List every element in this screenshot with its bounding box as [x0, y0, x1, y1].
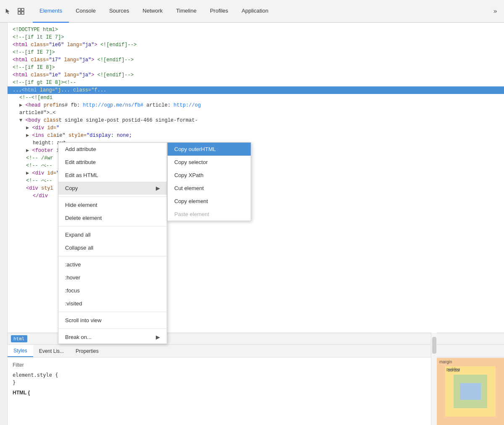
menu-active[interactable]: :active — [58, 258, 167, 271]
svg-rect-0 — [18, 8, 21, 11]
tab-event-listeners[interactable]: Event Lis... — [33, 345, 70, 357]
tab-styles[interactable]: Styles — [8, 345, 33, 357]
bottom-panel: html Styles Event Lis... Properties Filt… — [8, 333, 504, 425]
styles-area: Filter :hov .cls + element.style { } HTM… — [8, 357, 504, 399]
menu-hover[interactable]: :hover — [58, 271, 167, 284]
code-line: ▶ <head prefins# fb: http://ogp.me/ns/fb… — [8, 102, 504, 109]
code-line: <html class="i7" lang="ja"> <![endif]--> — [8, 56, 504, 64]
code-line: ▶ <div id=" — [8, 124, 504, 132]
submenu-copy-outerhtml[interactable]: Copy outerHTML — [168, 143, 251, 156]
html-style-row: HTML { style.css:12 — [13, 390, 499, 396]
code-line: <html class="ie" lang="ja"> <![endif]--> — [8, 71, 504, 79]
tab-properties[interactable]: Properties — [70, 345, 105, 357]
scroll-thumb[interactable] — [432, 337, 436, 354]
tab-sources[interactable]: Sources — [102, 0, 136, 23]
box-model: margin border padding — [437, 358, 504, 425]
margin-label: margin — [439, 360, 452, 364]
cursor-icon[interactable] — [3, 6, 13, 16]
code-line: <!--[if gt IE 8]><!-- — [8, 79, 504, 86]
code-line: ▼ <body classt single single-post postid… — [8, 117, 504, 124]
tab-profiles[interactable]: Profiles — [203, 0, 235, 23]
code-line: <!--[if lt IE 7]> — [8, 34, 504, 41]
submenu-arrow-icon: ▶ — [156, 185, 160, 191]
menu-copy[interactable]: Copy ▶ — [58, 182, 167, 195]
submenu-copy-selector[interactable]: Copy selector — [168, 156, 251, 169]
menu-edit-as-html[interactable]: Edit as HTML — [58, 169, 167, 182]
menu-separator — [58, 196, 167, 197]
svg-rect-1 — [21, 8, 24, 11]
code-line: <html class="ie6" lang="ja"> <![endif]--… — [8, 41, 504, 49]
svg-rect-2 — [18, 12, 21, 14]
code-line: <!--<![endi — [8, 94, 504, 102]
code-line-highlighted[interactable]: ...<html lang="j... class="f... — [8, 86, 504, 94]
menu-visited[interactable]: :visited — [58, 297, 167, 310]
menu-separator-5 — [58, 329, 167, 329]
code-line: ▶ <ins claie" style="display: none; — [8, 132, 504, 139]
break-on-arrow-icon: ▶ — [156, 334, 160, 340]
tab-timeline[interactable]: Timeline — [169, 0, 203, 23]
panel-tabs: Styles Event Lis... Properties — [8, 345, 504, 357]
menu-add-attribute[interactable]: Add attribute — [58, 143, 167, 156]
submenu-copy-xpath[interactable]: Copy XPath — [168, 169, 251, 182]
code-line: <!DOCTYPE html> — [8, 26, 504, 34]
box-padding: padding — [454, 375, 487, 408]
code-line: article#">…< — [8, 109, 504, 117]
menu-expand-all[interactable]: Expand all — [58, 228, 167, 241]
menu-separator-4 — [58, 312, 167, 312]
menu-focus[interactable]: :focus — [58, 284, 167, 297]
menu-scroll-into-view[interactable]: Scroll into view — [58, 314, 167, 327]
context-menu: Add attribute Edit attribute Edit as HTM… — [58, 142, 167, 344]
copy-submenu: Copy outerHTML Copy selector Copy XPath … — [167, 142, 251, 221]
box-border: border padding — [445, 366, 496, 417]
menu-hide-element[interactable]: Hide element — [58, 198, 167, 211]
filter-bar: Filter :hov .cls + — [13, 361, 499, 369]
filter-label: Filter — [13, 362, 24, 368]
menu-delete-element[interactable]: Delete element — [58, 211, 167, 224]
inspector-icon[interactable] — [16, 6, 26, 16]
breadcrumb-tag[interactable]: html — [11, 335, 27, 342]
tab-console[interactable]: Console — [69, 0, 102, 23]
html-selector: HTML { — [13, 390, 30, 396]
menu-separator-2 — [58, 226, 167, 227]
more-tabs-button[interactable]: » — [490, 0, 501, 23]
box-margin: margin border padding — [437, 358, 504, 425]
menu-separator-3 — [58, 256, 167, 256]
svg-rect-3 — [21, 12, 24, 14]
menu-break-on[interactable]: Break on... ▶ — [58, 331, 167, 344]
devtools-toolbar: Elements Console Sources Network Timelin… — [0, 0, 504, 23]
tab-elements[interactable]: Elements — [33, 0, 69, 23]
tab-application[interactable]: Application — [235, 0, 275, 23]
left-scrollbar[interactable] — [0, 23, 8, 425]
code-line: <!--[if IE 7]> — [8, 49, 504, 56]
code-panel: <!DOCTYPE html> <!--[if lt IE 7]> <html … — [8, 23, 504, 425]
padding-label: padding — [446, 367, 460, 371]
menu-collapse-all[interactable]: Collapse all — [58, 241, 167, 254]
submenu-paste-element: Paste element — [168, 208, 251, 221]
submenu-copy-element[interactable]: Copy element — [168, 195, 251, 208]
box-content — [460, 383, 481, 400]
tab-network[interactable]: Network — [136, 0, 170, 23]
main-area: <!DOCTYPE html> <!--[if lt IE 7]> <html … — [0, 23, 504, 425]
code-line: <!--[if IE 8]> — [8, 64, 504, 71]
menu-edit-attribute[interactable]: Edit attribute — [58, 156, 167, 169]
element-style-block: element.style { } — [13, 371, 499, 386]
scroll-track[interactable] — [431, 333, 437, 425]
submenu-cut-element[interactable]: Cut element — [168, 182, 251, 195]
toolbar-icons — [3, 6, 26, 16]
